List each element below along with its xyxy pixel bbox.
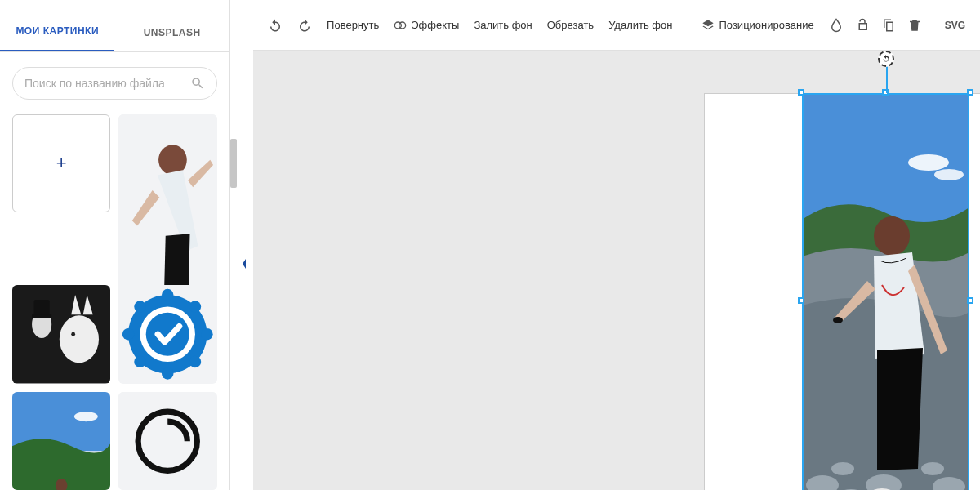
svg-point-22 [74,412,98,421]
rotate-icon [881,54,891,64]
svg-point-20 [146,313,189,356]
gallery-thumb[interactable] [118,392,216,490]
layers-icon [702,19,715,32]
positioning-label: Позиционирование [719,19,813,31]
collapse-sidebar-button[interactable] [241,257,247,270]
resize-handle-tr[interactable] [967,89,973,96]
remove-bg-button[interactable]: Удалить фон [608,19,672,31]
svg-point-9 [71,332,75,336]
gallery-thumb[interactable] [118,285,216,383]
resize-handle-ml[interactable] [798,297,804,304]
delete-icon[interactable] [907,18,922,33]
svg-point-37 [921,462,944,475]
toolbar: Повернуть Эффекты Залить фон Обрезать Уд… [253,0,980,51]
lock-icon[interactable] [855,18,870,33]
canvas-image-content [802,93,969,490]
fill-bg-button[interactable]: Залить фон [474,19,532,31]
image-gallery: + [0,114,229,490]
svg-point-29 [908,154,949,171]
main-area: Повернуть Эффекты Залить фон Обрезать Уд… [253,0,980,490]
resize-handle-tl[interactable] [798,89,804,96]
svg-point-18 [189,356,201,368]
effects-button[interactable]: Эффекты [394,19,459,32]
tab-unsplash[interactable]: UNSPLASH [114,12,229,51]
svg-point-15 [135,301,146,312]
svg-toggle[interactable]: SVG [937,20,965,31]
svg-point-36 [831,462,854,475]
positioning-button[interactable]: Позиционирование [702,19,813,32]
svg-rect-24 [118,392,216,490]
divider-area [238,0,253,490]
svg-point-27 [399,22,406,29]
svg-point-38 [874,216,910,256]
search-box [12,67,217,100]
svg-point-39 [833,317,843,323]
svg-point-16 [189,301,201,312]
svg-point-17 [135,356,146,368]
images-sidebar: МОИ КАРТИНКИ UNSPLASH + [0,0,230,490]
search-input[interactable] [24,77,190,90]
tab-my-images[interactable]: МОИ КАРТИНКИ [0,11,114,51]
crop-button[interactable]: Обрезать [547,19,594,31]
svg-point-14 [202,328,213,340]
search-wrap [0,52,229,114]
opacity-icon[interactable] [829,18,844,33]
svg-point-13 [122,328,134,340]
redo-button[interactable] [297,18,312,33]
rotate-handle[interactable] [878,51,894,67]
toolbar-right-group [829,18,922,33]
sidebar-tabs: МОИ КАРТИНКИ UNSPLASH [0,0,229,52]
svg-point-30 [934,169,964,180]
svg-point-11 [162,289,173,301]
effects-icon [394,19,407,32]
search-icon [190,76,205,91]
resize-handle-mr[interactable] [967,297,973,304]
effects-label: Эффекты [411,19,459,31]
gallery-thumb[interactable] [12,392,110,490]
selected-image[interactable] [802,93,969,490]
undo-button[interactable] [268,18,283,33]
svg-point-8 [60,315,99,363]
canvas[interactable] [253,51,980,490]
scroll-thumb[interactable] [230,139,237,188]
duplicate-icon[interactable] [881,18,896,33]
gallery-thumb[interactable] [12,285,110,383]
svg-rect-7 [32,314,51,318]
sidebar-scrollbar[interactable] [230,0,238,490]
svg-point-12 [162,368,173,379]
add-image-button[interactable]: + [12,114,110,212]
rotate-button[interactable]: Повернуть [327,19,379,31]
